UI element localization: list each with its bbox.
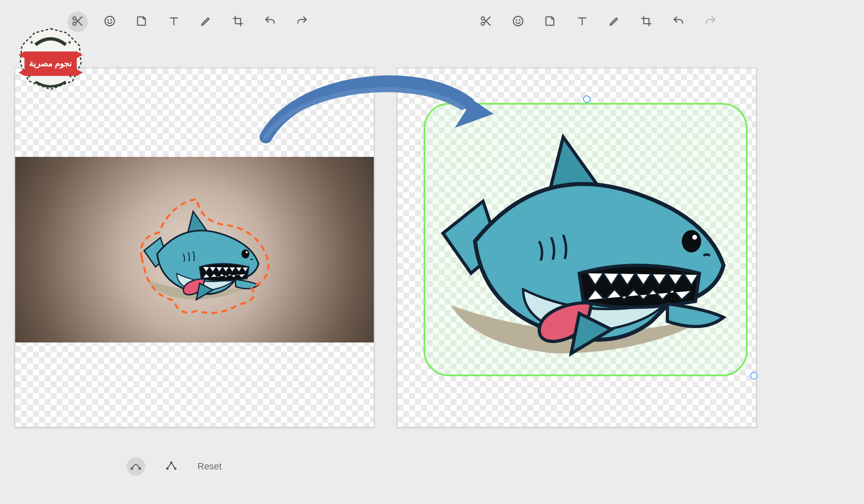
curve-mode-button[interactable] bbox=[127, 457, 145, 476]
text-tool-button[interactable] bbox=[572, 12, 592, 32]
selection-handle-corner[interactable] bbox=[750, 372, 758, 380]
redo-button[interactable] bbox=[700, 12, 721, 32]
workflow-arrow-icon bbox=[249, 74, 498, 150]
draw-tool-button[interactable] bbox=[604, 12, 624, 32]
svg-point-27 bbox=[131, 468, 133, 469]
svg-point-31 bbox=[174, 468, 176, 469]
text-icon bbox=[167, 15, 180, 29]
scissors-icon bbox=[480, 15, 492, 29]
redo-icon bbox=[704, 15, 717, 29]
polyline-mode-button[interactable] bbox=[162, 457, 181, 476]
logo-ribbon-text: نجوم مصرية bbox=[29, 59, 73, 69]
emoji-tool-button[interactable] bbox=[100, 12, 120, 32]
cut-tool-button[interactable] bbox=[476, 12, 496, 32]
undo-button[interactable] bbox=[260, 12, 280, 32]
curve-icon bbox=[130, 460, 142, 473]
draw-tool-button[interactable] bbox=[196, 12, 216, 32]
redo-button[interactable] bbox=[292, 12, 312, 32]
sticker-icon bbox=[544, 15, 556, 29]
undo-icon bbox=[264, 15, 276, 29]
text-tool-button[interactable] bbox=[164, 12, 184, 32]
svg-point-28 bbox=[139, 468, 140, 469]
undo-button[interactable] bbox=[668, 12, 688, 32]
site-logo-badge: ★ ★ ★ ★ نجوم مصرية bbox=[17, 25, 84, 93]
svg-point-29 bbox=[167, 468, 168, 469]
svg-point-4 bbox=[105, 16, 115, 26]
svg-text:★: ★ bbox=[68, 40, 72, 45]
polyline-icon bbox=[165, 460, 177, 473]
text-icon bbox=[576, 15, 589, 29]
crop-icon bbox=[640, 15, 653, 29]
sticker-tool-button[interactable] bbox=[132, 12, 152, 32]
crop-icon bbox=[232, 15, 244, 29]
svg-point-5 bbox=[108, 20, 109, 21]
sticker-icon bbox=[135, 15, 148, 29]
redo-icon bbox=[296, 15, 308, 29]
emoji-tool-button[interactable] bbox=[508, 12, 528, 32]
svg-text:★: ★ bbox=[30, 40, 34, 45]
sticker-tool-button[interactable] bbox=[540, 12, 560, 32]
reset-button[interactable]: Reset bbox=[197, 461, 221, 472]
svg-point-14 bbox=[516, 20, 517, 21]
crop-tool-button[interactable] bbox=[636, 12, 656, 32]
pencil-icon bbox=[200, 15, 212, 29]
undo-icon bbox=[672, 15, 685, 29]
svg-point-30 bbox=[170, 462, 172, 464]
selection-handle-top[interactable] bbox=[583, 95, 591, 103]
emoji-icon bbox=[103, 15, 116, 29]
svg-point-15 bbox=[519, 20, 520, 21]
svg-point-13 bbox=[513, 16, 523, 26]
emoji-icon bbox=[512, 15, 524, 29]
crop-tool-button[interactable] bbox=[228, 12, 248, 32]
pencil-icon bbox=[608, 15, 621, 29]
svg-point-6 bbox=[111, 20, 112, 21]
source-image[interactable] bbox=[15, 157, 374, 342]
lasso-selection-outline[interactable] bbox=[133, 191, 273, 317]
